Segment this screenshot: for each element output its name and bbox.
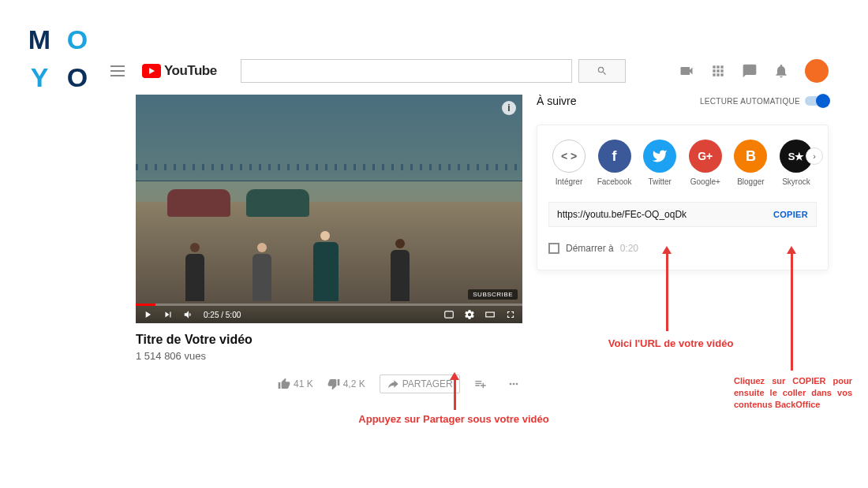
video-area: i SUBSCRIBE 0:25 / 5:00 Titre de Votre v… [136, 95, 522, 403]
share-label: PARTAGER [402, 378, 453, 389]
facebook-icon: f [598, 140, 631, 173]
copy-button[interactable]: COPIER [773, 210, 808, 219]
moyo-m: M [24, 24, 55, 55]
more-icon [507, 378, 520, 390]
share-icons-row: < > Intégrer f Facebook Twitter G+ Googl… [548, 140, 817, 186]
create-video-icon[interactable] [679, 63, 694, 79]
twitter-icon [643, 140, 676, 173]
search-button[interactable] [578, 59, 626, 83]
google-plus-icon: G+ [689, 140, 722, 173]
moyo-o1: O [62, 24, 93, 55]
svg-rect-0 [445, 311, 454, 318]
autoplay-label: LECTURE AUTOMATIQUE [700, 97, 800, 106]
annotation-url: Voici l'URL de votre vidéo [600, 337, 742, 349]
moyo-logo: M O Y O [24, 24, 93, 93]
annotation-share: Appuyez sur Partager sous votre vidéo [339, 413, 568, 425]
add-to-button[interactable] [474, 378, 487, 390]
upnext-label: À suivre [537, 95, 577, 107]
thumb-up-icon [278, 378, 290, 390]
google-label: Google+ [690, 177, 720, 186]
search-input[interactable] [241, 60, 571, 82]
youtube-logo[interactable]: YouTube [142, 63, 217, 79]
scene-railing [136, 164, 522, 170]
scene-person-1 [183, 243, 207, 301]
autoplay-control: LECTURE AUTOMATIQUE [700, 96, 829, 106]
dislike-button[interactable]: 4,2 K [327, 378, 365, 390]
video-title: Titre de Votre vidéo [136, 333, 522, 347]
like-button[interactable]: 41 K [278, 378, 313, 390]
blogger-label: Blogger [737, 177, 764, 186]
blogger-icon: B [734, 140, 767, 173]
header-right [679, 59, 829, 83]
scene-person-3 [313, 231, 337, 301]
svg-rect-1 [486, 312, 495, 317]
start-at-row: Démarrer à 0:20 [548, 243, 817, 254]
share-embed[interactable]: < > Intégrer [548, 140, 589, 186]
search-box [241, 59, 572, 83]
annotation-arrow-copy [791, 252, 793, 371]
menu-icon[interactable] [110, 61, 129, 80]
fullscreen-icon[interactable] [505, 309, 516, 320]
youtube-header: YouTube [110, 55, 829, 87]
video-info: Titre de Votre vidéo 1 514 806 vues 41 K… [136, 323, 522, 403]
annotation-copy: Cliquez sur COPIER pour ensuite le colle… [734, 375, 852, 411]
settings-icon[interactable] [464, 309, 475, 320]
moyo-o2: O [62, 61, 93, 93]
notifications-icon[interactable] [773, 63, 789, 79]
right-column: À suivre LECTURE AUTOMATIQUE < > Intégre… [537, 93, 829, 270]
youtube-logo-text: YouTube [164, 63, 217, 79]
like-count: 41 K [294, 378, 313, 389]
share-blogger[interactable]: B Blogger [730, 140, 771, 186]
dislike-count: 4,2 K [343, 378, 365, 389]
playlist-add-icon [474, 378, 487, 390]
video-actions: 41 K 4,2 K PARTAGER [278, 374, 522, 393]
autoplay-toggle[interactable] [805, 96, 829, 106]
upnext-row: À suivre LECTURE AUTOMATIQUE [537, 93, 829, 109]
start-at-checkbox[interactable] [548, 243, 559, 254]
search-icon [597, 65, 608, 76]
share-twitter[interactable]: Twitter [639, 140, 680, 186]
skyrock-label: Skyrock [782, 177, 810, 186]
share-button[interactable]: PARTAGER [380, 374, 460, 393]
video-player[interactable]: i SUBSCRIBE 0:25 / 5:00 [136, 95, 522, 323]
share-facebook[interactable]: f Facebook [594, 140, 635, 186]
player-controls: 0:25 / 5:00 [136, 306, 522, 323]
annotation-arrow-url [666, 252, 668, 331]
share-url[interactable]: https://youtu.be/FEc-OQ_oqDk [557, 209, 773, 220]
info-icon[interactable]: i [502, 101, 516, 115]
captions-icon[interactable] [443, 309, 455, 320]
volume-icon[interactable] [183, 309, 194, 320]
twitter-label: Twitter [648, 177, 671, 186]
embed-label: Intégrer [556, 177, 582, 186]
moyo-y: Y [24, 61, 55, 93]
scene-person-4 [388, 239, 412, 301]
share-icon [387, 378, 399, 390]
scene-car-2 [246, 189, 309, 217]
share-url-row: https://youtu.be/FEc-OQ_oqDk COPIER [548, 202, 817, 227]
theater-icon[interactable] [485, 309, 496, 320]
share-panel: < > Intégrer f Facebook Twitter G+ Googl… [537, 125, 829, 270]
video-views: 1 514 806 vues [136, 350, 522, 362]
share-google[interactable]: G+ Google+ [685, 140, 726, 186]
scene-car-1 [167, 189, 230, 217]
facebook-label: Facebook [597, 177, 632, 186]
subscribe-badge[interactable]: SUBSCRIBE [468, 289, 518, 300]
scene-person-2 [250, 243, 274, 301]
start-at-label: Démarrer à [566, 243, 614, 254]
time-display: 0:25 / 5:00 [204, 311, 241, 319]
more-button[interactable] [507, 378, 520, 390]
share-next-arrow[interactable]: › [806, 147, 823, 165]
embed-icon: < > [552, 140, 586, 173]
apps-icon[interactable] [710, 63, 726, 79]
user-avatar[interactable] [805, 59, 829, 83]
annotation-arrow-share [454, 378, 456, 410]
messages-icon[interactable] [742, 63, 758, 79]
play-icon[interactable] [142, 309, 153, 320]
youtube-play-icon [142, 64, 161, 78]
thumb-down-icon [327, 378, 340, 390]
start-at-time: 0:20 [620, 243, 638, 254]
next-icon[interactable] [163, 309, 174, 320]
